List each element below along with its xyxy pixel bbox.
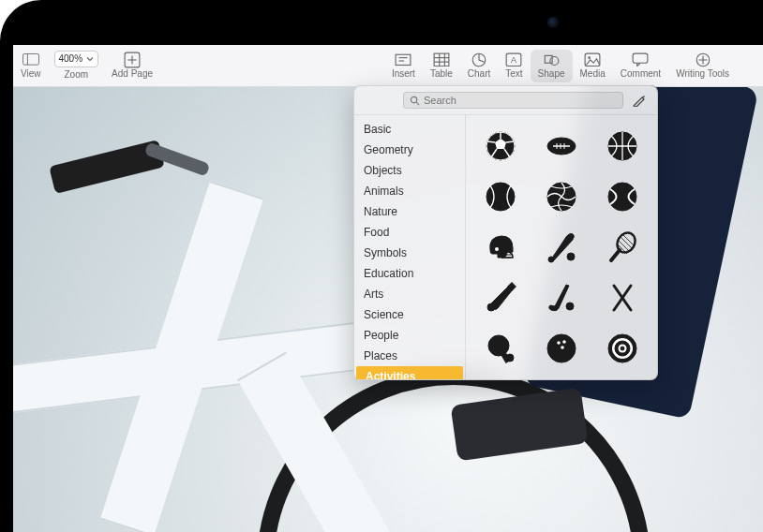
target-icon	[606, 332, 638, 364]
shape-tennis-racket[interactable]	[594, 224, 651, 271]
shape-skateboard[interactable]	[594, 376, 651, 379]
category-symbols[interactable]: Symbols	[354, 243, 465, 263]
svg-rect-5	[396, 54, 411, 65]
shape-bicycle[interactable]	[532, 376, 590, 379]
shape-table-tennis-paddle[interactable]	[471, 325, 529, 372]
pen-icon	[633, 94, 646, 107]
category-basic[interactable]: Basic	[354, 119, 465, 140]
table-label: Table	[430, 68, 453, 79]
category-animals[interactable]: Animals	[354, 181, 465, 201]
chart-button[interactable]: Chart	[460, 50, 498, 82]
zoom-button[interactable]: 400% Zoom	[49, 49, 105, 83]
shape-bicycle[interactable]	[471, 376, 529, 379]
svg-line-23	[416, 102, 419, 105]
writing-tools-button[interactable]: Writing Tools	[668, 50, 737, 82]
svg-rect-20	[634, 53, 649, 63]
svg-rect-0	[22, 54, 38, 66]
category-science[interactable]: Science	[354, 304, 465, 325]
svg-point-19	[588, 56, 591, 59]
shapes-popover: BasicGeometryObjectsAnimalsNatureFoodSym…	[353, 85, 658, 380]
svg-point-22	[411, 96, 416, 102]
baseball-bat-icon	[546, 231, 577, 263]
basketball-icon	[606, 130, 638, 162]
category-education[interactable]: Education	[354, 263, 465, 284]
ski-poles-icon	[606, 282, 638, 314]
plus-box-icon	[124, 53, 141, 66]
shape-hockey-stick[interactable]	[532, 274, 590, 321]
popover-header	[354, 86, 657, 114]
shape-baseball[interactable]	[471, 173, 529, 220]
shape-ski-poles[interactable]	[594, 274, 651, 321]
american-football-icon	[546, 130, 577, 162]
svg-point-42	[566, 303, 574, 310]
media-label: Media	[580, 68, 606, 79]
shape-tennis-ball[interactable]	[594, 173, 651, 220]
category-geometry[interactable]: Geometry	[354, 140, 465, 160]
hockey-stick-icon	[546, 282, 577, 314]
category-arts[interactable]: Arts	[354, 284, 465, 304]
table-button[interactable]: Table	[423, 50, 460, 82]
svg-point-51	[561, 346, 564, 349]
draw-shape-button[interactable]	[629, 92, 650, 109]
shape-grid[interactable]	[465, 115, 657, 379]
shape-search-input[interactable]	[424, 95, 617, 106]
svg-point-36	[495, 247, 499, 251]
insert-button[interactable]: Insert	[384, 50, 423, 82]
tennis-racket-icon	[606, 231, 638, 263]
category-objects[interactable]: Objects	[354, 160, 465, 181]
view-label: View	[21, 68, 41, 79]
shape-volleyball[interactable]	[532, 173, 590, 220]
add-page-label: Add Page	[112, 68, 153, 79]
insert-icon	[395, 53, 411, 66]
text-button[interactable]: A Text	[498, 50, 530, 82]
tennis-ball-icon	[606, 181, 638, 213]
sidebar-icon	[22, 53, 39, 66]
media-icon	[584, 53, 601, 66]
svg-text:A: A	[511, 55, 516, 65]
add-page-button[interactable]: Add Page	[104, 50, 160, 82]
bowling-ball-icon	[546, 332, 577, 364]
table-tennis-paddle-icon	[485, 332, 516, 364]
soccer-ball-icon	[485, 130, 516, 162]
shape-american-football[interactable]	[532, 123, 590, 170]
comment-icon	[632, 53, 649, 66]
writing-tools-label: Writing Tools	[676, 68, 729, 79]
svg-rect-8	[434, 53, 449, 66]
svg-point-56	[621, 347, 624, 350]
search-icon	[410, 96, 420, 106]
football-helmet-icon	[485, 231, 516, 263]
comment-label: Comment	[621, 68, 661, 79]
zoom-label: Zoom	[65, 69, 89, 80]
media-button[interactable]: Media	[573, 50, 613, 82]
category-places[interactable]: Places	[354, 346, 465, 366]
device-camera	[547, 17, 559, 28]
chart-label: Chart	[468, 68, 490, 79]
shape-football-helmet[interactable]	[471, 224, 529, 271]
shape-icon	[543, 53, 560, 66]
shape-category-list[interactable]: BasicGeometryObjectsAnimalsNatureFoodSym…	[354, 115, 465, 379]
category-people[interactable]: People	[354, 325, 465, 346]
chevron-down-icon	[86, 55, 94, 63]
svg-point-50	[562, 340, 566, 344]
insert-label: Insert	[392, 68, 415, 79]
shape-baseball-bat[interactable]	[532, 224, 590, 271]
shape-soccer-ball[interactable]	[471, 123, 529, 170]
text-icon: A	[505, 53, 522, 66]
cricket-bat-icon	[485, 282, 516, 314]
shape-bowling-ball[interactable]	[532, 325, 590, 372]
table-icon	[433, 53, 450, 66]
view-button[interactable]: View	[13, 50, 49, 82]
svg-point-37	[548, 257, 554, 262]
shape-search-field[interactable]	[403, 92, 623, 109]
category-food[interactable]: Food	[354, 222, 465, 243]
shape-target[interactable]	[594, 325, 651, 372]
shape-cricket-bat[interactable]	[471, 274, 529, 321]
category-activities[interactable]: Activities	[356, 366, 463, 379]
shape-label: Shape	[538, 68, 565, 79]
shape-button[interactable]: Shape	[531, 50, 573, 82]
svg-rect-16	[545, 55, 552, 63]
category-nature[interactable]: Nature	[354, 201, 465, 222]
svg-point-38	[567, 253, 575, 260]
comment-button[interactable]: Comment	[613, 50, 668, 82]
shape-basketball[interactable]	[594, 123, 651, 170]
